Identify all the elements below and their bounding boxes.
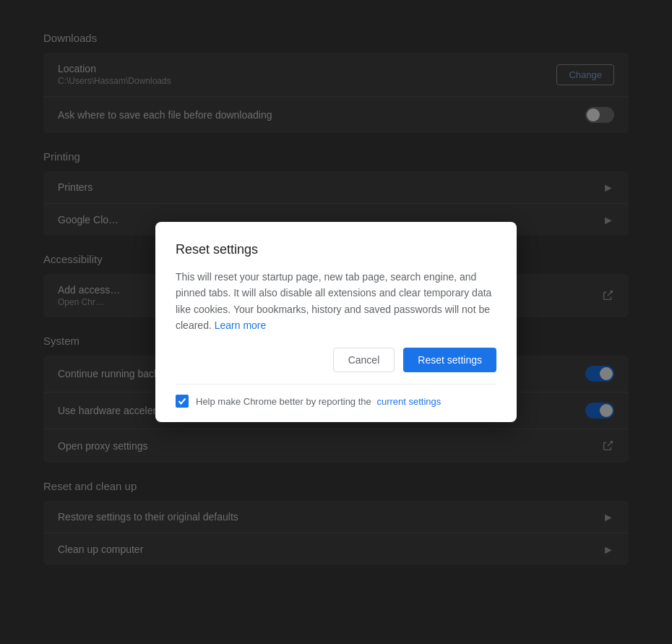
reset-settings-button[interactable]: Reset settings <box>403 348 496 372</box>
report-checkbox[interactable] <box>176 395 189 408</box>
dialog-title: Reset settings <box>176 242 496 257</box>
dialog-actions: Cancel Reset settings <box>176 348 496 372</box>
reset-dialog: Reset settings This will reset your star… <box>155 222 517 423</box>
dialog-body: This will reset your startup page, new t… <box>176 269 496 334</box>
learn-more-link[interactable]: Learn more <box>215 319 267 331</box>
footer-text: Help make Chrome better by reporting the <box>196 396 371 407</box>
cancel-button[interactable]: Cancel <box>333 348 395 372</box>
current-settings-link[interactable]: current settings <box>376 396 441 407</box>
checkmark-icon <box>178 397 186 405</box>
dialog-footer: Help make Chrome better by reporting the… <box>176 384 496 408</box>
modal-overlay: Reset settings This will reset your star… <box>0 0 672 644</box>
